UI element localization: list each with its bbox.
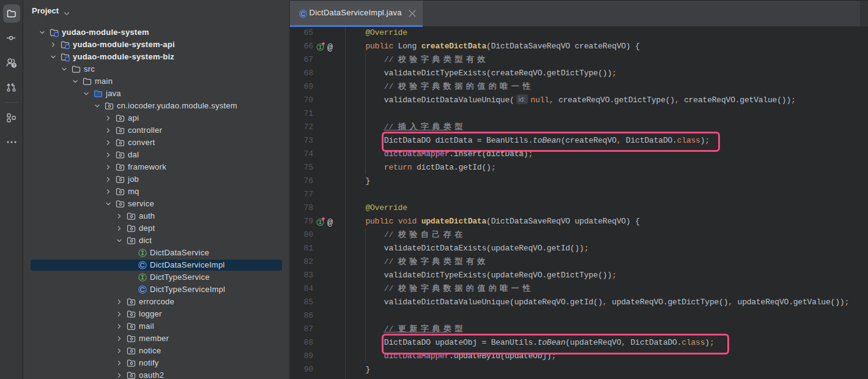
svg-text:@: @	[327, 218, 333, 228]
svg-text:@: @	[327, 43, 333, 53]
svg-text:?: ?	[13, 63, 15, 67]
